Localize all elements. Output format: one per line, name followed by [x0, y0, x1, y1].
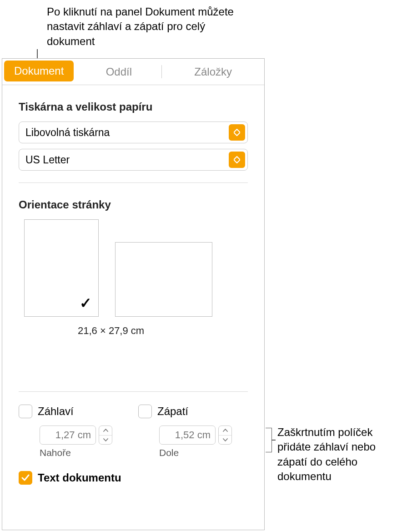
popup-chevrons-icon: [229, 124, 245, 141]
footer-label: Zápatí: [157, 405, 188, 418]
paper-dimensions: 21,6 × 27,9 cm: [2, 325, 264, 337]
callout-right: Zaškrtnutím políček přidáte záhlaví nebo…: [277, 425, 400, 484]
footer-margin-stepper: [159, 426, 248, 445]
printer-paper-section: Tiskárna a velikost papíru Libovolná tis…: [2, 101, 264, 171]
header-margin-input[interactable]: [40, 426, 96, 445]
chevron-down-icon: [99, 436, 112, 445]
header-footer-section: Záhlaví Nahoře Zápatí: [2, 392, 264, 458]
orientation-landscape[interactable]: [115, 242, 212, 317]
header-stepper-buttons[interactable]: [99, 426, 112, 445]
header-column: Záhlaví Nahoře: [19, 405, 128, 458]
callout-line-right: [272, 440, 276, 441]
tab-section[interactable]: Oddíl: [75, 59, 162, 85]
popup-chevrons-icon: [229, 152, 245, 168]
body-text-row: Text dokumentu: [2, 458, 264, 485]
divider: [19, 182, 248, 183]
chevron-up-icon: [219, 426, 231, 436]
checkmark-icon: ✓: [80, 294, 92, 312]
printer-paper-title: Tiskárna a velikost papíru: [19, 101, 248, 113]
chevron-up-icon: [99, 426, 112, 436]
printer-popup-value: Libovolná tiskárna: [25, 127, 110, 139]
header-position-label: Nahoře: [40, 447, 128, 458]
footer-margin-input[interactable]: [159, 426, 216, 445]
tab-document[interactable]: Dokument: [4, 61, 74, 81]
orientation-portrait[interactable]: ✓: [24, 219, 99, 317]
orientation-options: ✓: [2, 219, 264, 317]
document-inspector-panel: Dokument Oddíl Záložky Tiskárna a veliko…: [2, 58, 265, 530]
paper-size-popup-value: US Letter: [25, 154, 70, 166]
orientation-title: Orientace stránky: [19, 198, 248, 211]
paper-size-popup[interactable]: US Letter: [19, 149, 248, 171]
footer-position-label: Dole: [159, 447, 248, 458]
footer-column: Zápatí Dole: [138, 405, 248, 458]
footer-checkbox[interactable]: [138, 405, 152, 418]
header-margin-stepper: [40, 426, 128, 445]
tab-bar: Dokument Oddíl Záložky: [2, 59, 264, 85]
header-checkbox[interactable]: [19, 405, 32, 418]
orientation-section: Orientace stránky: [2, 198, 264, 211]
body-text-label: Text dokumentu: [38, 471, 121, 484]
tab-bookmarks[interactable]: Záložky: [162, 59, 264, 85]
header-label: Záhlaví: [38, 405, 74, 418]
footer-stepper-buttons[interactable]: [218, 426, 232, 445]
callout-top: Po kliknutí na panel Dokument můžete nas…: [47, 5, 256, 49]
chevron-down-icon: [219, 436, 231, 445]
callout-bracket-right: [266, 428, 272, 452]
body-text-checkbox[interactable]: [19, 471, 32, 485]
printer-popup[interactable]: Libovolná tiskárna: [19, 122, 248, 143]
